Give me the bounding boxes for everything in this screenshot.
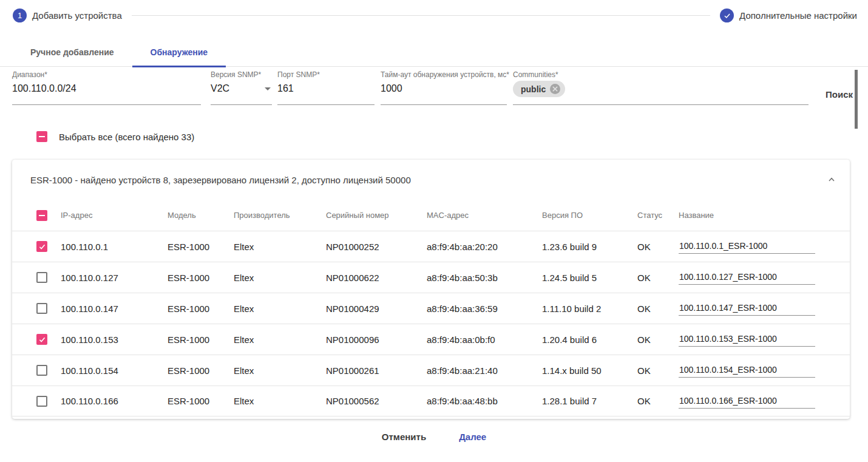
table-row: 100.110.0.154 ESR-1000 Eltex NP01000261 … — [12, 355, 850, 386]
cell-vendor: Eltex — [234, 335, 326, 345]
step-1-indicator[interactable]: 1 — [13, 8, 27, 22]
table-header-checkbox[interactable] — [36, 210, 47, 221]
cell-model: ESR-1000 — [168, 335, 234, 345]
add-devices-wizard: 1 Добавить устройства Дополнительные нас… — [0, 0, 868, 462]
row-checkbox[interactable] — [36, 396, 47, 407]
cell-serial: NP01000261 — [326, 365, 427, 376]
range-input[interactable] — [12, 83, 201, 94]
range-field: Диапазон* — [12, 70, 201, 105]
tab-manual-add-label: Ручное добавление — [30, 47, 114, 57]
cell-mac: a8:f9:4b:aa:36:59 — [427, 304, 542, 314]
table-row: 100.110.0.1 ESR-1000 Eltex NP01000252 a8… — [12, 231, 850, 262]
device-name-input[interactable] — [679, 363, 815, 378]
cell-vendor: Eltex — [234, 273, 326, 283]
tab-manual-add[interactable]: Ручное добавление — [12, 38, 132, 67]
cell-mac: a8:f9:4b:aa:21:40 — [427, 365, 542, 376]
row-checkbox[interactable] — [36, 334, 47, 345]
snmp-port-field: Порт SNMP* — [277, 70, 375, 105]
cell-ip: 100.110.0.166 — [61, 396, 168, 406]
device-name-input[interactable] — [679, 394, 815, 409]
table-row: 100.110.0.127 ESR-1000 Eltex NP01000622 … — [12, 262, 850, 293]
select-all-label: Выбрать все (всего найдено 33) — [59, 132, 194, 142]
chevron-down-icon — [265, 87, 271, 90]
community-chip-label: public — [521, 84, 546, 94]
cell-serial: NP01000622 — [326, 273, 427, 283]
select-all-row: Выбрать все (всего найдено 33) — [36, 131, 194, 142]
cell-vendor: Eltex — [234, 242, 326, 252]
active-tab-indicator — [132, 66, 226, 67]
cell-ip: 100.110.0.153 — [61, 335, 168, 345]
cell-serial: NP01000252 — [326, 242, 427, 252]
device-name-input[interactable] — [679, 270, 815, 285]
row-checkbox[interactable] — [36, 303, 47, 314]
cell-vendor: Eltex — [234, 396, 326, 406]
chevron-up-icon — [827, 175, 836, 185]
search-button[interactable]: Поиск — [821, 86, 858, 103]
check-icon — [38, 336, 46, 344]
device-name-input[interactable] — [679, 239, 815, 254]
cell-mac: a8:f9:4b:aa:50:3b — [427, 273, 542, 283]
range-field-label: Диапазон* — [12, 70, 201, 79]
cell-status: OK — [637, 304, 679, 314]
communities-field[interactable]: Communities* public — [513, 70, 809, 105]
device-group-card: ESR-1000 - найдено устройств 8, зарезерв… — [12, 160, 850, 419]
tab-discovery-label: Обнаружение — [151, 47, 208, 57]
table-header-row: IP-адрес Модель Производитель Серийный н… — [12, 200, 850, 231]
check-icon — [723, 12, 731, 20]
communities-label: Communities* — [513, 70, 809, 79]
col-status: Статус — [637, 211, 679, 220]
chip-remove-icon[interactable] — [550, 84, 560, 94]
cell-serial: NP01000562 — [326, 396, 427, 406]
snmp-port-label: Порт SNMP* — [277, 70, 375, 79]
table-row: 100.110.0.153 ESR-1000 Eltex NP01000096 … — [12, 324, 850, 355]
step-2-label: Дополнительные настройки — [739, 10, 857, 21]
step-2-indicator[interactable] — [720, 8, 734, 22]
cancel-button[interactable]: Отменить — [376, 427, 432, 447]
tabs-bar: Ручное добавление Обнаружение — [0, 38, 868, 67]
tab-discovery[interactable]: Обнаружение — [132, 38, 226, 67]
scrollbar-thumb[interactable] — [855, 70, 858, 129]
indeterminate-dash-icon — [39, 136, 45, 137]
snmp-version-field[interactable]: Версия SNMP* V2C — [211, 70, 272, 105]
cell-mac: a8:f9:4b:aa:20:20 — [427, 242, 542, 252]
device-group-title: ESR-1000 - найдено устройств 8, зарезерв… — [30, 175, 822, 185]
cell-ip: 100.110.0.147 — [61, 304, 168, 314]
cell-vendor: Eltex — [234, 304, 326, 314]
select-all-checkbox[interactable] — [36, 131, 47, 142]
snmp-port-input[interactable] — [277, 83, 375, 94]
snmp-version-label: Версия SNMP* — [211, 70, 272, 79]
cell-model: ESR-1000 — [168, 396, 234, 406]
cell-status: OK — [637, 396, 679, 406]
collapse-group-button[interactable] — [822, 170, 841, 189]
stepper-connector-line — [132, 15, 710, 16]
discovery-timeout-input[interactable] — [381, 83, 507, 94]
cell-status: OK — [637, 365, 679, 376]
table-row: 100.110.0.166 ESR-1000 Eltex NP01000562 … — [12, 386, 850, 416]
cell-mac: a8:f9:4b:aa:0b:f0 — [427, 335, 542, 345]
cell-status: OK — [637, 273, 679, 283]
col-firmware: Версия ПО — [542, 211, 637, 220]
cell-model: ESR-1000 — [168, 304, 234, 314]
device-group-header: ESR-1000 - найдено устройств 8, зарезерв… — [12, 160, 850, 200]
device-name-input[interactable] — [679, 332, 815, 347]
cell-model: ESR-1000 — [168, 273, 234, 283]
step-1-label: Добавить устройства — [32, 10, 122, 21]
cell-firmware: 1.20.4 build 6 — [542, 335, 637, 345]
next-button[interactable]: Далее — [453, 427, 492, 447]
wizard-footer: Отменить Далее — [0, 427, 868, 447]
device-name-input[interactable] — [679, 301, 815, 316]
check-icon — [38, 243, 46, 251]
discovery-timeout-field: Тайм-аут обнаружения устройств, мс* — [381, 70, 507, 105]
cell-ip: 100.110.0.127 — [61, 273, 168, 283]
cell-firmware: 1.23.6 build 9 — [542, 242, 637, 252]
row-checkbox[interactable] — [36, 365, 47, 376]
community-chip: public — [513, 81, 565, 97]
row-checkbox[interactable] — [36, 272, 47, 283]
cell-mac: a8:f9:4b:aa:48:bb — [427, 396, 542, 406]
cell-status: OK — [637, 242, 679, 252]
row-checkbox[interactable] — [36, 241, 47, 252]
cell-serial: NP01000429 — [326, 304, 427, 314]
cell-serial: NP01000096 — [326, 335, 427, 345]
cell-firmware: 1.11.10 build 2 — [542, 304, 637, 314]
cell-firmware: 1.14.x build 50 — [542, 365, 637, 376]
